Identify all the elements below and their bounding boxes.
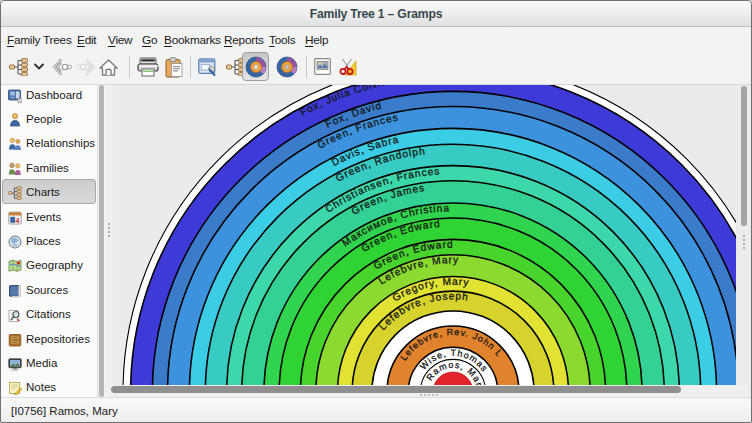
svg-text:4: 4 xyxy=(16,216,20,223)
